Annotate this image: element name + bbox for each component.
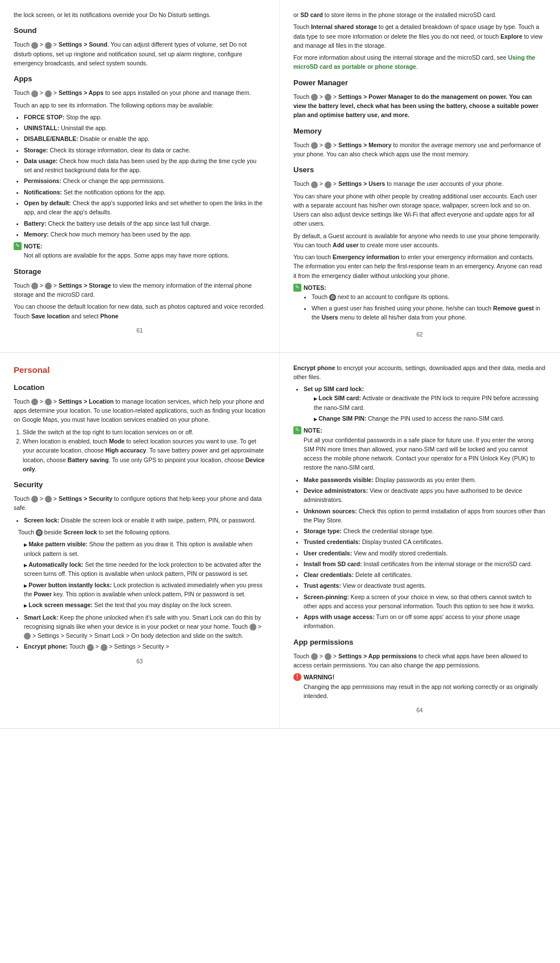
gear-icon: ⚙ [36,529,43,536]
circle-icon [31,399,38,405]
warning-icon: ! [293,673,301,681]
circle-icon [325,181,331,188]
screen-lock-sub-list: Make pattern visible: Show the pattern a… [24,539,266,609]
note-users: NOTES: Touch ⚙ next to an account to con… [293,283,546,325]
page-62: or SD card to store items in the phone s… [280,0,559,352]
security-sim-list: Set up SIM card lock: Lock SIM card: Act… [304,384,546,423]
heading-apps: Apps [14,73,266,85]
p-memory: Touch > > Settings > Memory to monitor t… [293,140,546,159]
list-item: Memory: Check how much memory has been u… [24,230,266,239]
p-screen-lock-gear: Touch ⚙ beside Screen lock to set the fo… [18,528,266,537]
heading-storage: Storage [14,266,266,277]
page-number-62: 62 [293,330,546,339]
apps-options-list: FORCE STOP: Stop the app. UNINSTALL: Uni… [24,113,266,239]
heading-location: Location [14,382,266,393]
green-link-storage: Using the microSD card as portable or ph… [293,54,535,70]
list-item: Make pattern visible: Show the pattern a… [24,539,266,558]
list-item: Screen lock: Disable the screen lock or … [24,516,266,525]
list-item: Trusted credentials: Display trusted CA … [304,537,546,546]
circle-icon [311,653,318,660]
p-apps-2: Touch an app to see its information. The… [14,101,266,110]
list-item: Apps with usage access: Turn on or off s… [304,612,546,631]
circle-icon [31,90,38,97]
p-security-1: Touch > > Settings > Security to configu… [14,494,266,513]
p-users-4: You can touch Emergency information to e… [293,252,546,280]
circle-icon [311,181,318,188]
heading-power-manager: Power Manager [293,77,546,89]
list-item: Screen-pinning: Keep a screen of your ch… [304,592,546,611]
list-item: When location is enabled, touch Mode to … [23,437,266,474]
circle-icon [325,653,331,660]
circle-icon [24,633,31,640]
list-item: FORCE STOP: Stop the app. [24,113,266,122]
circle-icon [31,496,38,503]
warning-content: WARNING! Changing the app permissions ma… [304,673,546,700]
page-64: Encrypt phone to encrypt your accounts, … [280,353,559,728]
list-item: Battery: Check the battery use details o… [24,219,266,228]
page-61: the lock screen, or let its notification… [0,0,280,352]
list-item: Encrypt phone: Touch > > Settings > Secu… [24,642,266,651]
p-sd-card: or SD card to store items in the phone s… [293,10,546,19]
p-lock-screen: the lock screen, or let its notification… [14,10,266,19]
list-item: When a guest user has finished using you… [312,304,546,322]
note-text: NOTE:Not all options are available for t… [24,242,229,260]
security-options-list: Make passwords visible: Display password… [304,475,546,631]
list-item: UNINSTALL: Uninstall the app. [24,123,266,132]
circle-icon [325,142,331,149]
spread-2: Personal Location Touch > > Settings > L… [0,353,560,729]
heading-security: Security [14,479,266,491]
list-item: Make passwords visible: Display password… [304,475,546,484]
circle-icon [31,42,38,49]
list-item: Permissions: Check or change the app per… [24,176,266,185]
list-item: Touch ⚙ next to an account to configure … [312,292,546,301]
notes-list: Touch ⚙ next to an account to configure … [312,292,546,322]
note-apps: NOTE:Not all options are available for t… [14,242,266,260]
note-icon [293,426,301,434]
circle-icon [45,283,52,289]
p-location-1: Touch > > Settings > Location to manage … [14,397,266,425]
notes-content: NOTES: Touch ⚙ next to an account to con… [304,283,546,325]
note-icon [14,242,22,250]
gear-icon: ⚙ [329,294,336,301]
list-item: Set up SIM card lock: Lock SIM card: Act… [304,384,546,423]
list-item: Clear credentials: Delete all certificat… [304,570,546,579]
page-container: the lock screen, or let its notification… [0,0,560,729]
circle-icon [101,644,107,651]
circle-icon [325,94,331,101]
list-item: Trust agents: View or deactivate trust a… [304,581,546,590]
p-internal-storage: Touch Internal shared storage to get a d… [293,22,546,50]
list-item: Lock SIM card: Activate or deactivate th… [314,393,546,412]
list-item: Unknown sources: Check this option to pe… [304,507,546,525]
list-item: Device administrators: View or deactivat… [304,486,546,505]
circle-icon [311,142,318,149]
circle-icon [250,624,256,630]
circle-icon [31,283,38,289]
security-more-list: Smart Lock: Keep the phone unlocked when… [24,613,266,651]
page-number-63: 63 [14,657,266,666]
circle-icon [45,42,52,49]
note-icon [293,284,301,292]
p-power-manager: Touch > > Settings > Power Manager to do… [293,92,546,120]
p-storage-2: You can choose the default location for … [14,302,266,321]
spread-1: the lock screen, or let its notification… [0,0,560,353]
personal-heading: Personal [14,363,266,376]
circle-icon [45,496,52,503]
list-item: Data usage: Check how much data has been… [24,156,266,175]
p-apps-1: Touch > > Settings > Apps to see apps in… [14,88,266,97]
p-users-2: You can share your phone with other peop… [293,192,546,229]
list-item: Storage: Check its storage information, … [24,146,266,155]
p-sound: Touch > > Settings > Sound. You can adju… [14,40,266,68]
list-item: User credentials: View and modify stored… [304,549,546,558]
list-item: Slide the switch at the top right to tur… [23,427,266,437]
warning-app-permissions: ! WARNING! Changing the app permissions … [293,673,546,700]
heading-sound: Sound [14,25,266,36]
list-item: Power button instantly locks: Lock prote… [24,580,266,599]
heading-app-permissions: App permissions [293,637,546,648]
p-more-info: For more information about using the int… [293,53,546,72]
heading-memory: Memory [293,126,546,137]
location-steps-list: Slide the switch at the top right to tur… [23,427,266,474]
page-number-64: 64 [293,706,546,715]
circle-icon [87,644,94,651]
list-item: Notifications: Set the notification opti… [24,188,266,197]
note-sim-content: NOTE: Put all your confidential password… [304,426,546,472]
